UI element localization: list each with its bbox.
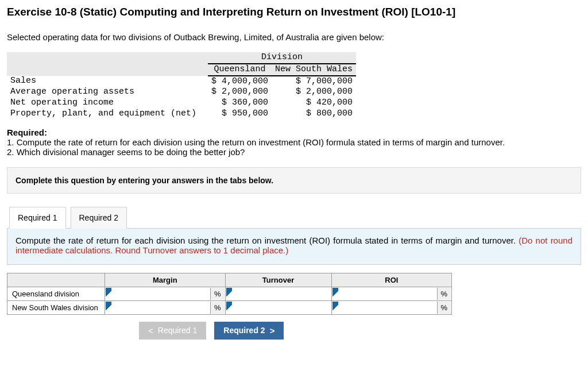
cell-handle-icon	[332, 288, 338, 300]
col-queensland: Queensland	[208, 64, 272, 76]
col-turnover: Turnover	[225, 273, 331, 287]
intro-text: Selected operating data for two division…	[7, 32, 581, 42]
answer-table: Margin Turnover ROI Queensland division …	[7, 273, 452, 315]
col-roi: ROI	[331, 273, 452, 287]
required-label: Required:	[7, 128, 581, 137]
answer-row-queensland: Queensland division % %	[7, 287, 452, 300]
row-noi: Net operating income $ 360,000 $ 420,000	[7, 98, 356, 109]
col-margin: Margin	[105, 273, 226, 287]
row-label: New South Wales division	[7, 300, 105, 314]
percent-unit: %	[437, 288, 451, 300]
tab-required-2[interactable]: Required 2	[71, 207, 127, 229]
col-nsw: New South Wales	[272, 64, 356, 76]
percent-unit: %	[210, 288, 225, 300]
nav-row: < Required 1 Required 2 >	[139, 322, 581, 340]
required-item-2: 2. Which divisional manager seems to be …	[7, 147, 581, 157]
tab-required-1[interactable]: Required 1	[9, 207, 66, 229]
percent-unit: %	[210, 302, 225, 314]
page-title: Exercise 10-8 (Static) Computing and Int…	[7, 6, 581, 18]
required-block: Required: 1. Compute the rate of return …	[7, 128, 581, 157]
q-turnover-input[interactable]	[232, 288, 331, 300]
division-data-table: Division Queensland New South Wales Sale…	[7, 52, 356, 119]
division-header: Division	[208, 52, 356, 64]
row-label: Queensland division	[7, 287, 105, 300]
cell-handle-icon	[106, 288, 111, 300]
corner-cell	[7, 273, 105, 287]
row-avg-assets: Average operating assets $ 2,000,000 $ 2…	[7, 87, 356, 98]
percent-unit: %	[437, 302, 451, 314]
chevron-right-icon: >	[270, 326, 275, 335]
nsw-roi-input[interactable]	[338, 302, 437, 314]
cell-handle-icon	[226, 302, 232, 314]
chevron-left-icon: <	[148, 326, 153, 335]
nsw-turnover-input[interactable]	[232, 302, 331, 314]
cell-handle-icon	[332, 302, 338, 314]
cell-handle-icon	[226, 288, 232, 300]
answer-row-nsw: New South Wales division % %	[7, 300, 452, 314]
tabs-row: Required 1 Required 2	[9, 206, 581, 228]
cell-handle-icon	[106, 302, 111, 314]
row-sales: Sales $ 4,000,000 $ 7,000,000	[7, 76, 356, 87]
q-roi-input[interactable]	[338, 288, 437, 300]
q-margin-input[interactable]	[111, 288, 210, 300]
nav-prev-label: Required 1	[158, 326, 198, 335]
required-item-1: 1. Compute the rate of return for each d…	[7, 137, 581, 147]
nav-next-label: Required 2	[223, 326, 265, 335]
prompt-box: Complete this question by entering your …	[7, 167, 581, 194]
tab-panel-required-1: Compute the rate of return for each divi…	[7, 228, 581, 265]
row-ppe: Property, plant, and equipment (net) $ 9…	[7, 109, 356, 119]
nav-prev-button[interactable]: < Required 1	[139, 322, 206, 340]
panel-instruction: Compute the rate of return for each divi…	[16, 236, 519, 245]
nsw-margin-input[interactable]	[111, 302, 210, 314]
nav-next-button[interactable]: Required 2 >	[214, 322, 284, 340]
